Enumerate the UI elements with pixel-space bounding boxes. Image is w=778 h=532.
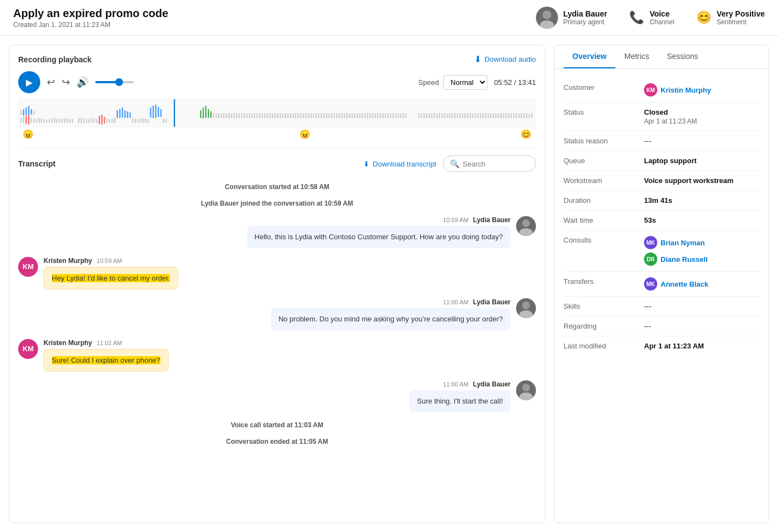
- sentiment-label: Sentiment: [717, 18, 765, 26]
- waveform[interactable]: [18, 98, 536, 128]
- system-message-call: Voice call started at 11:03 AM: [18, 421, 536, 429]
- svg-rect-22: [72, 119, 73, 123]
- svg-rect-148: [426, 114, 427, 118]
- agent-avatar: [536, 7, 558, 29]
- svg-rect-139: [393, 113, 394, 118]
- svg-rect-51: [135, 119, 136, 123]
- info-row-status: Status Closed Apr 1 at 11:23 AM: [564, 103, 760, 131]
- svg-rect-26: [28, 106, 29, 115]
- svg-rect-120: [344, 114, 345, 118]
- time-1: 10:59 AM: [443, 217, 468, 223]
- svg-rect-40: [106, 119, 108, 123]
- transfer-avatar-1: MK: [644, 277, 657, 291]
- svg-rect-44: [117, 110, 118, 118]
- svg-rect-169: [480, 113, 481, 118]
- svg-rect-166: [472, 114, 473, 118]
- svg-rect-106: [308, 114, 309, 118]
- tab-sessions[interactable]: Sessions: [658, 45, 707, 68]
- time-display: 05:52 / 13:41: [494, 78, 536, 87]
- svg-point-193: [522, 302, 530, 309]
- svg-rect-138: [390, 114, 391, 118]
- svg-rect-136: [385, 114, 386, 118]
- agent-avatar-msg-1: [516, 216, 536, 236]
- message-content-3: Lydia Bauer 11:00 AM No problem. Do you …: [271, 298, 511, 330]
- speed-select[interactable]: Normal Slow Fast: [443, 75, 487, 90]
- recording-title: Recording playback: [18, 55, 92, 64]
- value-skills: ---: [644, 302, 760, 310]
- download-transcript-link[interactable]: ⬇ Download transcript: [363, 160, 436, 168]
- svg-rect-37: [99, 116, 100, 124]
- message-meta-5: Lydia Bauer 11:00 AM: [409, 380, 511, 388]
- message-row-1: Lydia Bauer 10:59 AM Hello, this is Lydi…: [18, 216, 536, 248]
- status-date: Apr 1 at 11:23 AM: [644, 117, 760, 125]
- svg-rect-34: [91, 118, 92, 123]
- forward-button[interactable]: ↪: [62, 76, 70, 88]
- svg-rect-24: [23, 109, 24, 116]
- svg-rect-84: [251, 114, 253, 118]
- svg-rect-89: [264, 113, 265, 118]
- svg-rect-128: [364, 114, 366, 118]
- svg-rect-23: [20, 110, 22, 115]
- svg-rect-60: [158, 107, 159, 117]
- svg-rect-63: [165, 119, 167, 123]
- slider-fill: [95, 81, 117, 83]
- svg-rect-155: [444, 113, 445, 118]
- svg-rect-119: [341, 113, 342, 118]
- svg-rect-53: [139, 119, 141, 123]
- svg-rect-175: [495, 113, 496, 118]
- consult-link-2[interactable]: DR Diane Russell: [644, 252, 760, 266]
- transcript-search-box[interactable]: 🔍: [443, 155, 536, 172]
- info-row-customer: Customer KM Kristin Murphy: [564, 78, 760, 103]
- info-row-workstream: Workstream Voice support workstream: [564, 171, 760, 191]
- download-audio-link[interactable]: ⬇ Download audio: [474, 54, 536, 65]
- svg-rect-16: [56, 119, 57, 123]
- svg-rect-25: [25, 108, 26, 115]
- value-status-reason: ---: [644, 137, 760, 145]
- svg-rect-10: [41, 119, 42, 123]
- svg-rect-33: [88, 119, 89, 123]
- svg-rect-137: [388, 113, 389, 118]
- svg-rect-9: [39, 118, 40, 123]
- consult-link-1[interactable]: MK Brian Nyman: [644, 236, 760, 249]
- svg-rect-61: [160, 109, 162, 117]
- svg-rect-43: [114, 118, 115, 123]
- consult-list: MK Brian Nyman DR Diane Russell: [644, 236, 760, 266]
- agent-label: Primary agent: [564, 18, 608, 26]
- download-audio-label: Download audio: [485, 55, 536, 63]
- svg-rect-76: [231, 114, 232, 118]
- tab-metrics[interactable]: Metrics: [615, 45, 658, 68]
- svg-rect-154: [441, 114, 442, 118]
- rewind-button[interactable]: ↩: [47, 76, 55, 88]
- svg-rect-122: [349, 114, 350, 118]
- svg-rect-112: [323, 114, 324, 118]
- channel-label: Channel: [650, 18, 674, 26]
- transcript-search-input[interactable]: [463, 160, 529, 168]
- customer-link[interactable]: KM Kristin Murphy: [644, 83, 760, 96]
- tab-overview[interactable]: Overview: [564, 45, 615, 68]
- value-queue: Laptop support: [644, 157, 760, 165]
- svg-rect-160: [457, 114, 458, 118]
- time-4: 11:02 AM: [96, 340, 122, 346]
- agent-name: Lydia Bauer: [564, 9, 608, 18]
- sender-3: Lydia Bauer: [473, 298, 511, 306]
- transfer-link-1[interactable]: MK Annette Black: [644, 277, 760, 291]
- value-regarding: ---: [644, 322, 760, 330]
- volume-slider[interactable]: [95, 81, 134, 83]
- consult-name-2: Diane Russell: [661, 255, 707, 264]
- svg-rect-171: [485, 113, 486, 118]
- svg-rect-56: [147, 119, 148, 123]
- download-transcript-label: Download transcript: [373, 160, 436, 168]
- svg-rect-111: [321, 113, 322, 118]
- svg-rect-74: [226, 114, 227, 118]
- svg-rect-141: [398, 113, 399, 118]
- download-audio-icon: ⬇: [474, 54, 481, 65]
- svg-rect-107: [310, 113, 312, 118]
- svg-rect-164: [467, 114, 468, 118]
- transcript-section: Transcript ⬇ Download transcript 🔍: [18, 155, 536, 514]
- svg-rect-57: [150, 108, 151, 117]
- play-button[interactable]: ▶: [18, 71, 40, 93]
- volume-button[interactable]: 🔊: [77, 76, 89, 88]
- transcript-body: Conversation started at 10:58 AM Lydia B…: [18, 179, 536, 450]
- svg-rect-31: [83, 119, 84, 123]
- info-row-last-modified: Last modified Apr 1 at 11:23 AM: [564, 336, 760, 356]
